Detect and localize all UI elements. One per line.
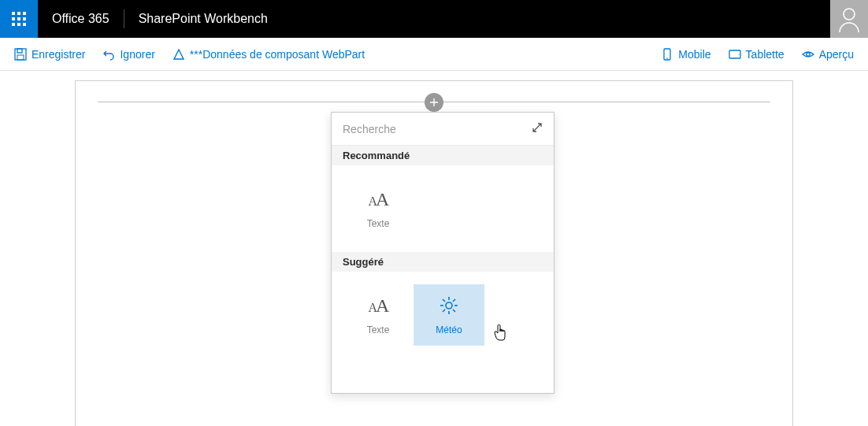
svg-point-9 bbox=[844, 9, 855, 20]
eye-icon bbox=[802, 48, 814, 61]
svg-rect-2 bbox=[23, 12, 26, 15]
picker-item-weather[interactable]: Météo bbox=[414, 284, 484, 346]
recommended-heading: Recommandé bbox=[332, 146, 554, 165]
picker-search-row bbox=[332, 113, 554, 146]
section-divider bbox=[98, 102, 770, 102]
svg-rect-5 bbox=[23, 17, 26, 20]
svg-rect-0 bbox=[12, 12, 15, 15]
app-title: SharePoint Workbench bbox=[124, 9, 282, 28]
add-webpart-button[interactable] bbox=[425, 93, 443, 112]
expand-button[interactable] bbox=[532, 122, 543, 136]
svg-line-23 bbox=[443, 299, 445, 302]
triangle-icon bbox=[172, 48, 185, 61]
waffle-icon bbox=[12, 12, 26, 26]
plus-icon bbox=[428, 97, 440, 108]
search-input[interactable] bbox=[343, 123, 532, 135]
svg-point-18 bbox=[446, 302, 452, 309]
picker-item-label: Texte bbox=[367, 324, 390, 335]
discard-label: Ignorer bbox=[120, 48, 154, 61]
svg-rect-8 bbox=[23, 23, 26, 26]
picker-item-label: Texte bbox=[367, 218, 390, 229]
svg-point-17 bbox=[806, 52, 809, 55]
text-icon: AA bbox=[365, 294, 391, 317]
picker-item-text[interactable]: AA Texte bbox=[343, 178, 414, 239]
save-label: Enregistrer bbox=[32, 48, 85, 61]
preview-button[interactable]: Aperçu bbox=[802, 48, 854, 61]
person-icon bbox=[836, 6, 862, 32]
save-button[interactable]: Enregistrer bbox=[14, 48, 85, 61]
app-launcher-button[interactable] bbox=[0, 0, 38, 38]
preview-label: Aperçu bbox=[819, 48, 854, 61]
svg-rect-3 bbox=[12, 17, 15, 20]
svg-rect-1 bbox=[17, 12, 20, 15]
webpart-data-button[interactable]: ***Données de composant WebPart bbox=[172, 48, 365, 61]
svg-point-14 bbox=[667, 57, 669, 59]
webpart-picker: Recommandé AA Texte Suggéré AA Texte Mét… bbox=[331, 112, 555, 394]
user-avatar[interactable] bbox=[830, 0, 868, 38]
discard-button[interactable]: Ignorer bbox=[102, 48, 154, 61]
recommended-items: AA Texte bbox=[332, 165, 554, 252]
svg-line-25 bbox=[443, 309, 445, 312]
picker-item-label: Météo bbox=[436, 324, 462, 335]
svg-rect-11 bbox=[17, 49, 22, 53]
expand-icon bbox=[532, 122, 543, 133]
mobile-button[interactable]: Mobile bbox=[661, 48, 710, 61]
svg-point-16 bbox=[738, 54, 739, 54]
command-bar: Enregistrer Ignorer ***Données de compos… bbox=[0, 38, 868, 71]
svg-rect-6 bbox=[12, 23, 15, 26]
webpart-data-label: ***Données de composant WebPart bbox=[190, 48, 365, 61]
tablet-label: Tablette bbox=[746, 48, 785, 61]
text-icon: AA bbox=[365, 188, 391, 210]
save-icon bbox=[14, 48, 27, 61]
tablet-icon bbox=[729, 48, 741, 61]
suggested-items: AA Texte Météo bbox=[332, 272, 554, 393]
suggested-heading: Suggéré bbox=[332, 252, 554, 272]
picker-item-text[interactable]: AA Texte bbox=[343, 284, 414, 346]
svg-line-24 bbox=[453, 309, 455, 312]
svg-line-26 bbox=[453, 299, 455, 302]
svg-rect-10 bbox=[15, 49, 26, 60]
svg-rect-7 bbox=[17, 23, 20, 26]
mobile-label: Mobile bbox=[678, 48, 710, 61]
weather-icon bbox=[436, 294, 462, 317]
svg-rect-12 bbox=[17, 55, 24, 60]
svg-rect-4 bbox=[17, 17, 20, 20]
tablet-button[interactable]: Tablette bbox=[729, 48, 785, 61]
undo-icon bbox=[102, 48, 115, 61]
brand-label: Office 365 bbox=[38, 12, 124, 26]
global-header: Office 365 SharePoint Workbench bbox=[0, 0, 868, 38]
mobile-icon bbox=[661, 48, 673, 61]
